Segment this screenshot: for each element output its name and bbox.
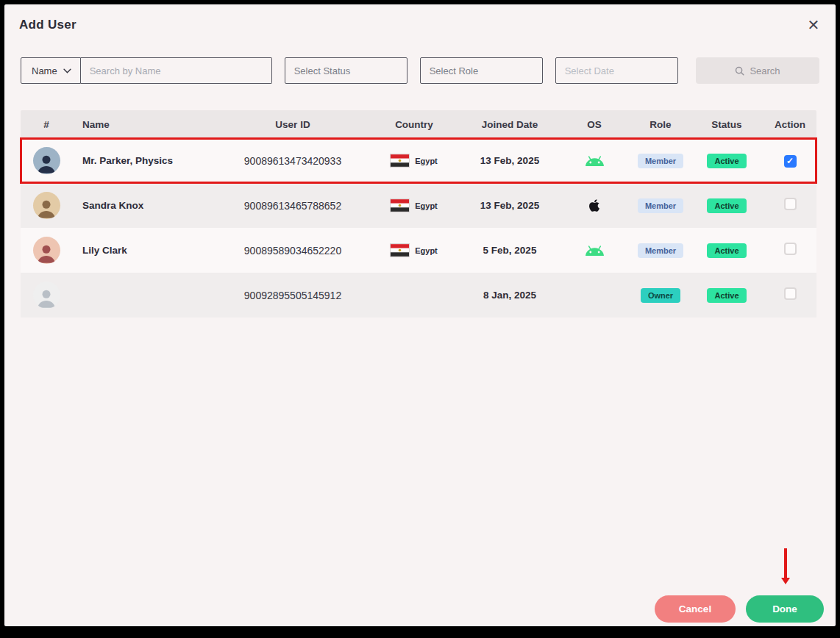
joined-date: 13 Feb, 2025: [462, 200, 558, 211]
person-silhouette-icon: [35, 242, 57, 264]
country-name: Egypt: [415, 201, 438, 210]
user-name: Sandra Knox: [72, 200, 219, 211]
date-select-input[interactable]: [555, 57, 678, 84]
row-checkbox[interactable]: ✓: [784, 155, 797, 168]
os-cell: [558, 154, 631, 168]
status-badge: Active: [707, 288, 746, 303]
egypt-flag-icon: [391, 244, 409, 257]
modal-header: Add User ✕: [4, 4, 836, 47]
joined-date: 5 Feb, 2025: [462, 245, 558, 256]
status-select-label: Select Status: [294, 65, 351, 76]
user-id: 90089613465788652: [219, 200, 366, 212]
search-field-group: Name: [21, 57, 272, 84]
screen: Add User ✕ Name Select Status Select Rol…: [0, 0, 840, 638]
column-header--: #: [21, 119, 72, 130]
row-checkbox[interactable]: [784, 287, 797, 300]
apple-icon: [588, 198, 600, 212]
avatar: [33, 237, 60, 264]
android-icon: [585, 154, 604, 168]
column-header-country: Country: [366, 119, 462, 130]
done-button[interactable]: Done: [746, 595, 824, 623]
add-user-modal: Add User ✕ Name Select Status Select Rol…: [4, 4, 836, 626]
user-id: 90089589034652220: [219, 245, 366, 257]
role-badge: Owner: [641, 288, 680, 303]
country-cell: Egypt: [366, 154, 462, 167]
table-header-row: #NameUser IDCountryJoined DateOSRoleStat…: [21, 110, 816, 138]
country-cell: Egypt: [366, 199, 462, 212]
search-field-dropdown-label: Name: [32, 65, 57, 76]
search-icon: [735, 66, 744, 76]
user-table: #NameUser IDCountryJoined DateOSRoleStat…: [21, 110, 816, 318]
person-silhouette-icon: [35, 197, 57, 219]
person-silhouette-icon: [35, 152, 57, 174]
row-checkbox[interactable]: [784, 243, 797, 255]
role-select-label: Select Role: [430, 65, 478, 76]
status-badge: Active: [707, 243, 746, 258]
column-header-user-id: User ID: [219, 119, 366, 130]
user-name: Mr. Parker, Physics: [72, 155, 219, 166]
search-button[interactable]: Search: [696, 57, 819, 84]
column-header-role: Role: [631, 119, 690, 130]
avatar: [33, 147, 60, 174]
close-button[interactable]: ✕: [802, 13, 825, 37]
avatar: [33, 282, 60, 309]
country-cell: Egypt: [366, 244, 462, 257]
role-badge: Member: [638, 243, 683, 258]
joined-date: 8 Jan, 2025: [462, 290, 558, 301]
table-row: Sandra Knox 90089613465788652 Egypt 13 F…: [21, 183, 816, 228]
close-icon: ✕: [808, 17, 820, 33]
os-cell: [558, 198, 631, 212]
chevron-down-icon: [63, 68, 71, 74]
user-name: Lily Clark: [72, 245, 219, 256]
table-row: Mr. Parker, Physics 90089613473420933 Eg…: [21, 138, 816, 183]
user-id: 90092895505145912: [219, 290, 366, 301]
modal-footer: Cancel Done: [655, 595, 824, 623]
column-header-name: Name: [72, 119, 219, 130]
filter-bar: Name Select Status Select Role Search: [21, 57, 819, 84]
status-badge: Active: [707, 198, 746, 213]
column-header-joined-date: Joined Date: [462, 119, 558, 130]
user-id: 90089613473420933: [219, 155, 366, 167]
search-input[interactable]: [81, 57, 272, 84]
country-name: Egypt: [415, 246, 438, 255]
column-header-action: Action: [764, 119, 816, 130]
annotation-arrow: [784, 548, 787, 578]
egypt-flag-icon: [391, 199, 409, 212]
column-header-os: OS: [558, 119, 631, 130]
joined-date: 13 Feb, 2025: [462, 155, 558, 166]
avatar: [33, 192, 60, 219]
table-body: Mr. Parker, Physics 90089613473420933 Eg…: [21, 138, 816, 318]
person-silhouette-icon: [35, 287, 57, 309]
table-row: 90092895505145912 8 Jan, 2025 Owner Acti…: [21, 273, 816, 318]
role-badge: Member: [638, 154, 683, 168]
row-checkbox[interactable]: [784, 198, 797, 210]
status-select[interactable]: Select Status: [285, 57, 407, 84]
os-cell: [558, 243, 631, 258]
search-button-label: Search: [750, 65, 780, 76]
column-header-status: Status: [690, 119, 764, 130]
android-icon: [585, 243, 604, 258]
country-name: Egypt: [415, 157, 438, 165]
role-select[interactable]: Select Role: [420, 57, 543, 84]
cancel-button[interactable]: Cancel: [655, 595, 736, 623]
role-badge: Member: [638, 198, 683, 213]
modal-title: Add User: [19, 18, 76, 32]
search-field-dropdown[interactable]: Name: [21, 57, 81, 84]
status-badge: Active: [707, 154, 746, 168]
egypt-flag-icon: [391, 154, 409, 167]
table-row: Lily Clark 90089589034652220 Egypt 5 Feb…: [21, 228, 816, 273]
